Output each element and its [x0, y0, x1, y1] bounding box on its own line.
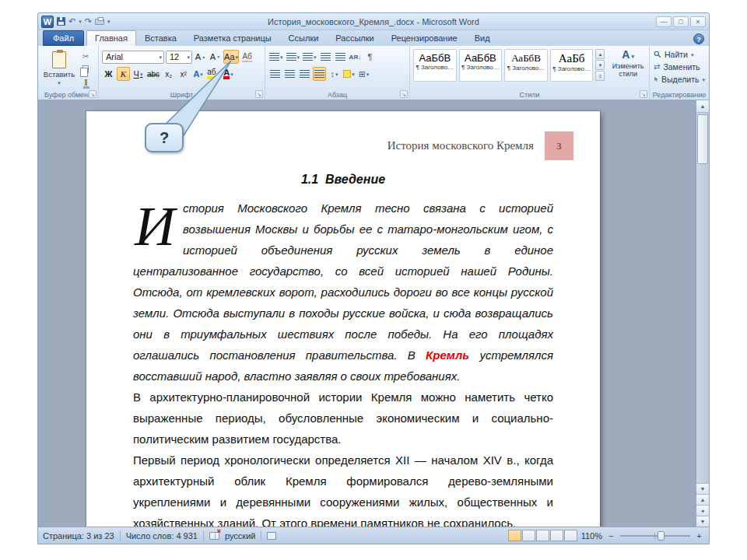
borders-button[interactable]: ⊞▾ — [357, 67, 370, 81]
bold-button[interactable]: Ж — [102, 67, 115, 81]
sort-button[interactable]: АЯ↓ — [349, 50, 363, 64]
line-spacing-icon: ↕ — [330, 70, 335, 79]
shrink-font-button[interactable]: А — [209, 50, 222, 64]
customize-qat-caret-icon[interactable]: ▾ — [107, 19, 110, 25]
numbering-button[interactable]: ▾ — [286, 50, 301, 64]
print-preview-icon[interactable] — [95, 19, 104, 25]
view-outline-button[interactable] — [550, 530, 563, 541]
chevron-down-icon: ▾ — [335, 72, 338, 77]
language-indicator[interactable]: русский — [225, 531, 255, 541]
browse-object-button[interactable]: ● — [696, 505, 709, 516]
paragraph-dialog-launcher[interactable]: ↘ — [400, 90, 408, 98]
tab-references[interactable]: Ссылки — [280, 30, 328, 46]
shading-button[interactable]: ▾ — [342, 67, 356, 81]
tab-page-layout[interactable]: Разметка страницы — [185, 30, 280, 46]
zoom-out-button[interactable]: − — [606, 531, 616, 541]
tab-insert[interactable]: Вставка — [136, 30, 185, 46]
bullets-button[interactable]: ▾ — [268, 50, 284, 64]
tab-file[interactable]: Файл — [43, 30, 84, 46]
font-family-combobox[interactable]: Arial ▾ — [102, 51, 164, 64]
view-web-layout-button[interactable] — [536, 530, 549, 541]
grow-font-button[interactable]: А — [194, 50, 207, 64]
paste-button[interactable]: Вставить ▾ — [42, 49, 76, 91]
help-button[interactable]: ? — [693, 33, 704, 44]
zoom-slider[interactable] — [620, 530, 690, 541]
decrease-indent-button[interactable] — [319, 50, 332, 64]
undo-caret-icon[interactable]: ▾ — [79, 19, 82, 25]
zoom-level[interactable]: 110% — [581, 531, 602, 541]
document-page[interactable]: История московского Кремля 3 1.1 Введени… — [86, 111, 600, 527]
style-card[interactable]: АаБбВ ¶ Заголово… — [504, 49, 548, 82]
ribbon-tab-row: Файл Главная Вставка Разметка страницы С… — [38, 30, 709, 46]
scroll-down-arrow-icon[interactable]: ▼ — [696, 483, 709, 494]
format-painter-button[interactable] — [79, 77, 93, 88]
tab-home[interactable]: Главная — [86, 30, 136, 46]
zoom-in-button[interactable]: + — [694, 531, 704, 541]
superscript-button[interactable]: x² — [177, 67, 190, 81]
font-color-button[interactable]: А▾ — [222, 67, 235, 81]
copy-button[interactable] — [79, 64, 93, 75]
font-size-combobox[interactable]: 12 ▾ — [166, 51, 192, 64]
scrollbar-thumb[interactable] — [697, 114, 708, 164]
text-effects-button[interactable]: А▾ — [191, 67, 205, 81]
highlight-color-button[interactable]: аб▾ — [206, 67, 220, 81]
replace-button[interactable]: ⇄ Заменить — [650, 61, 709, 73]
show-marks-button[interactable]: ¶ — [363, 50, 377, 64]
align-left-button[interactable] — [268, 67, 282, 81]
vertical-scrollbar[interactable]: ▲ ▼ ▲ ● ▼ — [696, 100, 709, 527]
redo-icon[interactable]: ↷ — [85, 17, 92, 26]
styles-scroll-up-button[interactable]: ▲ — [595, 49, 605, 59]
select-button[interactable]: Выделить ▾ — [650, 73, 709, 86]
page-indicator[interactable]: Страница: 3 из 23 — [43, 531, 114, 541]
undo-icon[interactable]: ↶ — [68, 17, 75, 26]
paste-label: Вставить — [44, 70, 75, 79]
view-fullscreen-reading-button[interactable] — [522, 530, 535, 541]
chevron-down-icon: ▾ — [691, 52, 694, 58]
justify-button[interactable] — [313, 67, 326, 81]
next-page-button[interactable]: ▼ — [696, 516, 709, 527]
clipboard-dialog-launcher[interactable]: ↘ — [89, 90, 96, 98]
view-print-layout-button[interactable] — [508, 530, 521, 541]
align-center-button[interactable] — [283, 67, 296, 81]
word-logo-icon[interactable]: W — [41, 16, 54, 28]
chevron-down-icon: ▾ — [216, 72, 219, 77]
macro-icon[interactable] — [267, 532, 276, 540]
italic-button[interactable]: К — [117, 67, 130, 81]
line-spacing-button[interactable]: ↕▾ — [328, 67, 341, 81]
align-right-button[interactable] — [298, 67, 311, 81]
clear-formatting-button[interactable]: Аб — [240, 50, 254, 64]
proofing-icon[interactable] — [209, 532, 219, 540]
sort-icon: АЯ↓ — [349, 54, 362, 61]
view-draft-button[interactable] — [564, 530, 577, 541]
document-body: История Московского Кремля тесно связана… — [133, 198, 553, 527]
underline-button[interactable]: Ч ▾ — [132, 67, 145, 81]
style-card[interactable]: АаБбВ ¶ Заголово… — [459, 49, 503, 82]
tab-view[interactable]: Вид — [466, 30, 499, 46]
style-card[interactable]: АаБб ¶ Заголово… — [550, 49, 594, 82]
restore-button[interactable]: □ — [673, 16, 689, 27]
previous-page-button[interactable]: ▲ — [696, 494, 709, 505]
change-styles-button[interactable]: А Изменить стили — [607, 49, 649, 78]
close-button[interactable]: × — [690, 16, 706, 27]
highlight-icon: аб — [207, 68, 216, 79]
word-count[interactable]: Число слов: 4 931 — [126, 531, 198, 541]
save-icon[interactable] — [57, 17, 65, 26]
minimize-button[interactable]: — — [656, 16, 672, 27]
style-card[interactable]: АаБбВ ¶ Заголово… — [413, 49, 457, 82]
bullets-icon — [269, 53, 279, 61]
zoom-slider-thumb[interactable] — [658, 531, 665, 541]
styles-dialog-launcher[interactable]: ↘ — [640, 90, 647, 98]
change-case-button[interactable]: Аа ▾ — [223, 50, 239, 64]
multilevel-list-button[interactable]: ▾ — [302, 50, 317, 64]
find-button[interactable]: Найти ▾ — [650, 48, 709, 61]
styles-scroll-down-button[interactable]: ▼ — [595, 60, 605, 70]
scroll-up-arrow-icon[interactable]: ▲ — [696, 100, 709, 113]
font-dialog-launcher[interactable]: ↘ — [255, 90, 263, 98]
tab-mailings[interactable]: Рассылки — [327, 30, 382, 46]
subscript-button[interactable]: x₂ — [162, 67, 175, 81]
increase-indent-button[interactable] — [334, 50, 347, 64]
strikethrough-button[interactable]: abc — [146, 67, 160, 81]
cut-button[interactable]: ✂ — [79, 51, 93, 61]
tab-review[interactable]: Рецензирование — [383, 30, 466, 46]
styles-more-button[interactable]: ≡ — [595, 71, 605, 81]
